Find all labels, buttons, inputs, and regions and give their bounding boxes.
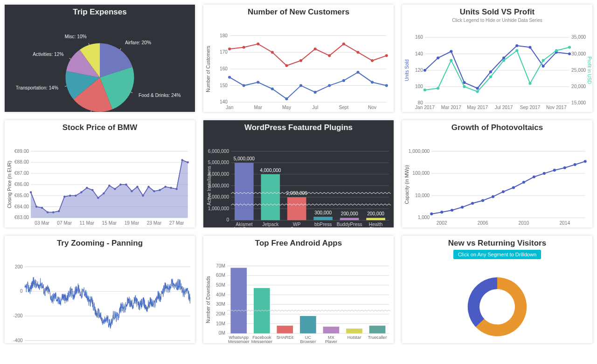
- data-point[interactable]: [271, 88, 274, 90]
- data-point[interactable]: [187, 161, 188, 163]
- data-point[interactable]: [476, 90, 479, 93]
- data-point[interactable]: [542, 65, 545, 68]
- line-new-customers[interactable]: 140150160170180Number of CustomersJanMar…: [203, 18, 394, 112]
- bar[interactable]: [261, 174, 280, 220]
- data-point[interactable]: [450, 50, 452, 53]
- data-point[interactable]: [463, 85, 465, 88]
- data-point[interactable]: [243, 84, 245, 87]
- data-point[interactable]: [584, 160, 587, 163]
- data-point[interactable]: [502, 59, 505, 62]
- data-point[interactable]: [114, 188, 116, 190]
- data-point[interactable]: [533, 175, 535, 178]
- data-point[interactable]: [553, 169, 556, 172]
- bar[interactable]: [230, 268, 247, 334]
- series-line[interactable]: [425, 46, 569, 88]
- data-point[interactable]: [75, 194, 76, 196]
- data-point[interactable]: [58, 210, 60, 212]
- data-point[interactable]: [356, 51, 359, 54]
- data-point[interactable]: [342, 42, 345, 45]
- data-point[interactable]: [285, 97, 288, 100]
- data-point[interactable]: [271, 51, 274, 54]
- data-point[interactable]: [91, 189, 93, 191]
- series-line[interactable]: [431, 161, 585, 214]
- data-point[interactable]: [342, 79, 345, 82]
- bar[interactable]: [300, 316, 316, 333]
- bar[interactable]: [235, 163, 254, 220]
- series-line[interactable]: [25, 277, 190, 329]
- data-point[interactable]: [463, 81, 465, 84]
- data-point[interactable]: [543, 172, 546, 175]
- data-point[interactable]: [471, 202, 474, 205]
- data-point[interactable]: [461, 206, 464, 209]
- drilldown-button[interactable]: Click on Any Segment to Drilldown: [453, 250, 541, 259]
- data-point[interactable]: [568, 46, 571, 48]
- bar[interactable]: [323, 327, 340, 333]
- data-point[interactable]: [356, 71, 359, 74]
- data-point[interactable]: [142, 194, 144, 196]
- data-point[interactable]: [314, 91, 317, 94]
- data-point[interactable]: [481, 199, 484, 202]
- data-point[interactable]: [385, 84, 388, 87]
- data-point[interactable]: [153, 190, 155, 192]
- data-point[interactable]: [371, 59, 374, 62]
- data-point[interactable]: [574, 163, 576, 166]
- data-point[interactable]: [502, 56, 505, 59]
- data-point[interactable]: [257, 42, 259, 45]
- data-point[interactable]: [450, 59, 452, 62]
- data-point[interactable]: [385, 54, 388, 57]
- data-point[interactable]: [136, 185, 138, 187]
- data-point[interactable]: [243, 46, 245, 48]
- bar[interactable]: [277, 326, 293, 334]
- data-point[interactable]: [371, 81, 374, 83]
- data-point[interactable]: [515, 49, 518, 52]
- data-point[interactable]: [228, 48, 231, 50]
- data-point[interactable]: [41, 207, 43, 209]
- data-point[interactable]: [437, 87, 439, 89]
- bar[interactable]: [366, 218, 385, 220]
- data-point[interactable]: [35, 206, 37, 207]
- data-point[interactable]: [159, 189, 160, 191]
- area-fill[interactable]: [31, 160, 188, 218]
- data-point[interactable]: [175, 188, 177, 190]
- bar-wp-plugins[interactable]: 01,000,0002,000,0003,000,0004,000,0005,0…: [203, 133, 394, 227]
- data-point[interactable]: [528, 46, 531, 48]
- data-point[interactable]: [52, 211, 54, 213]
- bar[interactable]: [313, 217, 333, 220]
- data-point[interactable]: [181, 159, 183, 161]
- data-point[interactable]: [285, 64, 288, 67]
- data-point[interactable]: [476, 87, 479, 89]
- data-point[interactable]: [568, 52, 571, 55]
- data-point[interactable]: [542, 59, 545, 62]
- data-point[interactable]: [97, 197, 99, 199]
- data-point[interactable]: [451, 209, 453, 212]
- donut-visitors[interactable]: New Visitors: 63%Returning Visitors: 37%: [402, 259, 592, 343]
- data-point[interactable]: [430, 213, 433, 215]
- data-point[interactable]: [555, 49, 558, 52]
- data-point[interactable]: [147, 185, 149, 187]
- pie-slice[interactable]: [468, 277, 497, 327]
- data-point[interactable]: [512, 186, 515, 189]
- data-point[interactable]: [440, 211, 443, 213]
- line-photovoltaics[interactable]: 1,00010,000100,0001,000,000Capacity (in …: [402, 133, 592, 227]
- data-point[interactable]: [489, 76, 492, 78]
- data-point[interactable]: [299, 59, 302, 62]
- data-point[interactable]: [228, 76, 231, 79]
- bar[interactable]: [287, 197, 306, 220]
- data-point[interactable]: [437, 56, 439, 59]
- data-point[interactable]: [47, 211, 49, 213]
- data-point[interactable]: [328, 84, 331, 87]
- data-point[interactable]: [164, 185, 166, 187]
- data-point[interactable]: [423, 69, 426, 72]
- data-point[interactable]: [489, 70, 492, 73]
- data-point[interactable]: [69, 194, 71, 196]
- area-bmw-stock[interactable]: €83.00€84.00€85.00€86.00€87.00€88.00€89.…: [5, 133, 195, 227]
- series-line[interactable]: [229, 44, 387, 65]
- data-point[interactable]: [80, 191, 82, 193]
- data-point[interactable]: [328, 54, 331, 57]
- data-point[interactable]: [522, 181, 525, 184]
- data-point[interactable]: [170, 187, 172, 189]
- bar[interactable]: [346, 329, 362, 333]
- pie-trip-expenses[interactable]: Airfare: 20%Food & Drinks: 24%Accomodati…: [5, 18, 195, 112]
- data-point[interactable]: [299, 84, 302, 87]
- data-point[interactable]: [423, 89, 426, 91]
